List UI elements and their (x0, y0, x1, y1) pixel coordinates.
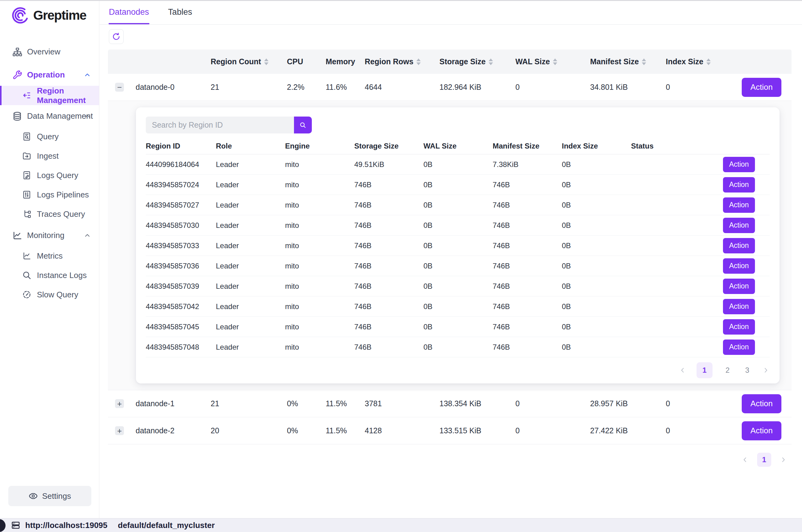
region-action-button[interactable]: Action (723, 218, 755, 233)
region-action-button[interactable]: Action (723, 238, 755, 253)
cell-storage-size: 746B (354, 282, 423, 291)
sidebar-item-metrics[interactable]: Metrics (0, 246, 99, 266)
status-url[interactable]: http://localhost:19095 (25, 520, 107, 530)
cell-role: Leader (216, 343, 285, 352)
cell-region-id: 4483945857030 (146, 221, 216, 230)
region-action-button[interactable]: Action (723, 319, 755, 335)
cell-wal-size: 0B (423, 201, 493, 209)
col-storage-size: Storage Size (439, 57, 515, 66)
action-button[interactable]: Action (742, 394, 781, 413)
cell-wal-size: 0 (515, 399, 590, 408)
cell-region-id: 4483945857036 (146, 262, 216, 270)
database-icon (12, 111, 22, 121)
sort-icon[interactable] (642, 58, 646, 65)
cell-index-size: 0B (562, 262, 631, 270)
chevron-up-icon[interactable] (84, 113, 91, 120)
cell-role: Leader (216, 201, 285, 209)
page-number-1[interactable]: 1 (696, 362, 712, 378)
cell-engine: mito (285, 282, 354, 291)
cell-memory: 11.5% (326, 399, 365, 408)
region-action-button[interactable]: Action (723, 177, 755, 192)
sidebar-item-instance-logs[interactable]: Instance Logs (0, 266, 99, 285)
cell-engine: mito (285, 221, 354, 230)
sidebar-item-monitoring[interactable]: Monitoring (0, 226, 99, 245)
sidebar-item-slow-query[interactable]: Slow Query (0, 285, 99, 304)
cell-storage-size: 746B (354, 221, 423, 230)
action-button[interactable]: Action (742, 421, 781, 440)
cell-role: Leader (216, 180, 285, 189)
status-cluster[interactable]: default/default_mycluster (118, 520, 215, 530)
cell-engine: mito (285, 343, 354, 352)
sidebar-item-overview[interactable]: Overview (0, 42, 99, 61)
sort-icon[interactable] (553, 58, 557, 65)
cell-region-id: 4483945857042 (146, 302, 216, 311)
refresh-button[interactable] (109, 29, 123, 44)
cell-wal-size: 0B (423, 302, 493, 311)
chevron-up-icon[interactable] (84, 232, 91, 239)
page-number-2[interactable]: 2 (723, 366, 732, 375)
tab-datanodes[interactable]: Datanodes (109, 0, 149, 24)
cell-index-size: 0 (666, 426, 742, 435)
action-button[interactable]: Action (742, 78, 781, 97)
region-table-header: Region ID Role Engine Storage Size WAL S… (146, 138, 770, 154)
region-action-button[interactable]: Action (723, 279, 755, 294)
prev-page-icon[interactable] (679, 367, 686, 374)
expand-row-button[interactable]: + (115, 399, 124, 408)
region-action-button[interactable]: Action (723, 340, 755, 355)
table-row-datanode-2: + datanode-2 20 0% 11.5% 4128 133.515 Ki… (108, 417, 791, 444)
sidebar-item-logs-pipelines[interactable]: Logs Pipelines (0, 185, 99, 205)
region-action-button[interactable]: Action (723, 258, 755, 274)
next-page-icon[interactable] (780, 456, 787, 463)
next-page-icon[interactable] (762, 367, 769, 374)
prev-page-icon[interactable] (742, 456, 748, 463)
region-table-row: 4440996184064 Leader mito 49.51KiB 0B 7.… (146, 154, 770, 175)
region-action-button[interactable]: Action (723, 157, 755, 172)
sort-icon[interactable] (706, 58, 711, 65)
page-number-1[interactable]: 1 (757, 453, 771, 467)
cell-region-id: 4440996184064 (146, 160, 216, 169)
cell-manifest-size: 746B (493, 282, 562, 291)
sort-icon[interactable] (416, 58, 421, 65)
sidebar-item-region-management[interactable]: Region Management (0, 86, 99, 105)
cell-region-rows: 4644 (365, 83, 439, 92)
cell-role: Leader (216, 262, 285, 270)
settings-button[interactable]: Settings (8, 486, 91, 506)
cell-region-id: 4483945857033 (146, 241, 216, 250)
sort-icon[interactable] (264, 58, 268, 65)
cell-wal-size: 0B (423, 262, 493, 270)
cell-wal-size: 0B (423, 180, 493, 189)
sidebar-item-ingest[interactable]: Ingest (0, 146, 99, 166)
sort-icon[interactable] (489, 58, 493, 65)
cell-manifest-size: 7.38KiB (493, 160, 562, 169)
cell-memory: 11.5% (326, 426, 365, 435)
tab-tables[interactable]: Tables (168, 0, 192, 24)
sidebar-item-operation[interactable]: Operation (0, 65, 99, 84)
sidebar-item-query[interactable]: Query (0, 127, 99, 146)
search-input[interactable] (146, 117, 294, 133)
sliders-icon (22, 190, 32, 200)
col-engine: Engine (285, 142, 354, 150)
cell-cpu: 2.2% (287, 83, 326, 92)
brand-logo[interactable]: Greptime (11, 5, 86, 25)
cell-manifest-size: 746B (493, 201, 562, 209)
col-region-rows: Region Rows (365, 57, 439, 66)
col-index-size: Index Size (562, 142, 631, 150)
cell-index-size: 0B (562, 180, 631, 189)
expand-row-button[interactable]: + (115, 426, 124, 435)
region-action-button[interactable]: Action (723, 197, 755, 213)
search-button[interactable] (294, 117, 312, 133)
cell-manifest-size: 746B (493, 343, 562, 352)
sidebar-item-traces-query[interactable]: Traces Query (0, 205, 99, 224)
sidebar-item-logs-query[interactable]: Logs Query (0, 166, 99, 185)
cell-wal-size: 0 (515, 83, 590, 92)
cell-region-count: 20 (211, 426, 287, 435)
page-number-3[interactable]: 3 (743, 366, 752, 375)
region-table-row: 4483945857036 Leader mito 746B 0B 746B 0… (146, 256, 770, 276)
chevron-up-icon[interactable] (84, 71, 91, 79)
region-action-button[interactable]: Action (723, 299, 755, 314)
sidebar-item-data-management[interactable]: Data Management (0, 107, 99, 126)
cell-manifest-size: 27.422 KiB (590, 426, 666, 435)
sidebar-item-label: Overview (27, 47, 60, 57)
collapse-row-button[interactable]: − (115, 83, 124, 92)
cell-manifest-size: 746B (493, 302, 562, 311)
